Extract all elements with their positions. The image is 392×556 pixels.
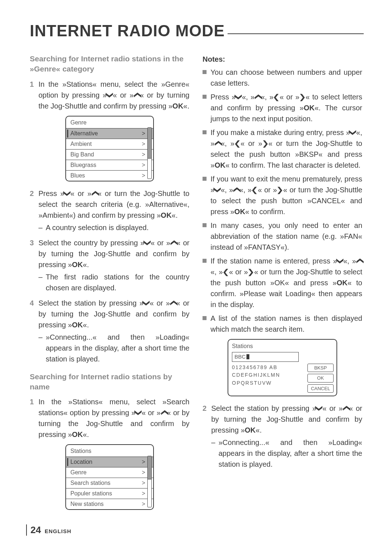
step-num: 2 [203,403,207,414]
text-cursor-icon [246,354,249,359]
search-entry-display: Stations BBC 0123456789 AB CDEFGHIJKLMN … [228,339,337,396]
menu-title: Stations [66,445,153,457]
right-icon: ❯ [247,266,254,277]
note-item: In many cases, you only need to enter an… [203,220,362,253]
down-icon: ❯ [133,409,144,416]
ok-label: OK [72,261,83,269]
step-2: 2 Press »❯« or »❯« or turn the Jog-Shutt… [30,188,189,233]
page-footer: 24 ENGLISH [26,524,72,536]
char-grid: 0123456789 AB CDEFGHIJKLMN OPQRSTUVW [232,364,304,393]
down-icon: ❯ [142,239,153,246]
genre-menu: Genre Alternative> Ambient> Big Band> Bl… [65,116,154,181]
menu-row: Location> [66,457,153,467]
text-entry-field: BBC [232,352,299,362]
ok-label: OK [245,426,256,434]
right-icon: ❯ [277,184,284,195]
menu-title: Genre [66,116,153,128]
up-icon: ❯ [168,299,179,306]
entry-value: BBC [234,353,246,361]
down-icon: ❯ [348,129,359,136]
ok-label: OK [337,279,348,287]
step-1: 1 In the »Stations« menu, select the »Ge… [30,79,189,111]
subhead-genre: Searching for Internet radio stations in… [30,54,189,74]
step-2-right: 2 Select the station by pressing »❯« or … [203,403,362,470]
note-item: Press »❯«, »❯«, »❮« or »❯« to select let… [203,91,362,124]
note-item: If you make a mistake during entry, pres… [203,127,362,171]
right-icon: ❯ [299,91,306,102]
step-num: 2 [30,188,34,199]
scroll-thumb [148,128,151,159]
title-text: INTERNET RADIO MODE [30,22,225,40]
menu-row: Search stations> [66,478,153,488]
up-icon: ❯ [354,257,365,265]
ok-label: OK [72,321,83,329]
ok-label: OK [234,208,245,216]
step-num: 1 [30,396,34,407]
up-icon: ❯ [231,186,242,193]
down-icon: ❯ [212,186,223,193]
right-column: Notes: You can choose between numbers an… [203,54,362,516]
left-icon: ❮ [251,184,258,195]
menu-row: Big Band> [66,149,153,160]
right-icon: ❯ [262,138,269,149]
up-icon: ❯ [158,409,169,416]
language-label: ENGLISH [45,528,72,534]
menu-row: Alternative> [66,128,153,139]
ok-button: OK [307,374,334,383]
ok-label: OK [172,102,183,110]
notes-heading: Notes: [203,54,362,65]
menu-row: Blues> [66,170,153,181]
up-icon: ❯ [89,189,100,197]
step-num: 3 [30,237,34,248]
scrollbar [147,127,152,179]
menu-row: Ambient> [66,139,153,149]
title-rule [228,33,364,34]
stations-menu: Stations Location> Genre> Search station… [65,444,154,510]
step-num: 1 [30,79,34,90]
note-item: You can choose between numbers and upper… [203,67,362,89]
step-num: 4 [30,298,34,308]
down-icon: ❯ [233,93,244,101]
down-icon: ❯ [314,405,325,412]
sub-note: A country selection is displayed. [38,222,189,233]
down-icon: ❯ [105,91,115,98]
step-4: 4 Select the station by pressing »❯« or … [30,298,189,364]
up-icon: ❯ [131,91,142,98]
step-1b: 1 In the »Stations« menu, select »Search… [30,396,189,440]
subhead-name: Searching for Internet radio stations by… [30,372,189,392]
note-item: A list of the station names is then disp… [203,313,362,335]
page-title: INTERNET RADIO MODE [30,22,364,40]
ok-label: OK [304,104,315,112]
menu-row: Bluegrass> [66,160,153,170]
cancel-button: CANCEL [307,384,334,393]
step-3: 3 Select the country by pressing »❯« or … [30,237,189,293]
sub-note: The first radio stations for the country… [38,271,189,293]
menu-row: Populer stations> [66,488,153,499]
up-icon: ❯ [212,140,223,147]
up-icon: ❯ [168,239,179,246]
scroll-thumb [148,456,151,479]
sub-note: »Connecting...« and then »Loading« appea… [38,332,189,364]
left-icon: ❮ [234,138,241,149]
ok-label: OK [72,430,83,438]
scrollbar [147,456,152,507]
search-title: Stations [232,342,334,351]
up-icon: ❯ [252,93,263,101]
down-icon: ❯ [62,189,73,197]
up-icon: ❯ [340,405,351,412]
left-icon: ❮ [273,91,280,102]
note-item: If you want to exit the menu prematurely… [203,173,362,217]
note-item: If the station name is entered, press »❯… [203,255,362,310]
down-icon: ❯ [335,257,346,265]
page-number: 24 [30,524,41,536]
menu-row: New stations> [66,499,153,509]
down-icon: ❯ [141,299,152,306]
sub-note: »Connecting...« and then »Loading« appea… [211,437,362,470]
left-column: Searching for Internet radio stations in… [30,54,189,516]
ok-label: OK [215,161,225,169]
menu-row: Genre> [66,467,153,478]
ok-label: OK [161,211,172,219]
left-icon: ❮ [222,266,229,277]
bksp-button: BKSP [307,364,334,372]
